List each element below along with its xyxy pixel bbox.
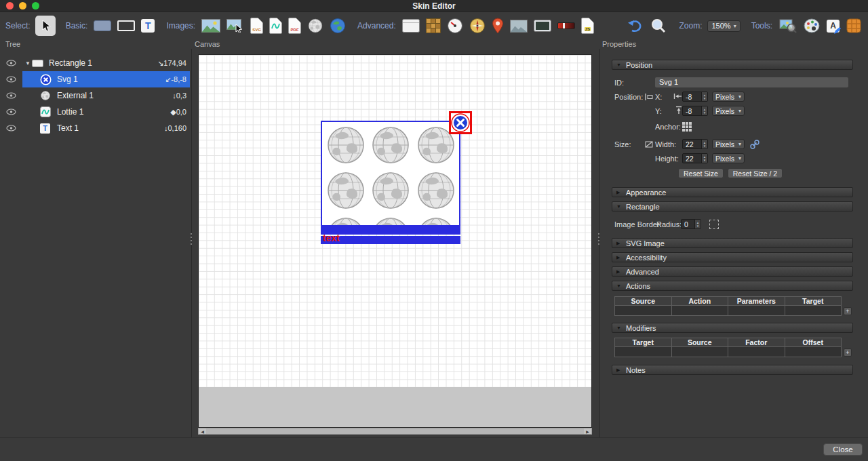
scroll-right-button[interactable]: ▶ [584, 428, 591, 434]
compass-tool-button[interactable] [468, 16, 487, 35]
rectangle-tool-button[interactable] [92, 19, 113, 33]
anchor-grid-selector[interactable] [682, 122, 692, 132]
screen-tool-button[interactable] [532, 18, 553, 33]
tiled-image-tool-button[interactable] [425, 17, 442, 35]
y-unit-value: Pixels [715, 107, 734, 115]
stepper-arrows[interactable]: ▲▼ [701, 140, 707, 148]
gauge-tool-button[interactable] [446, 16, 465, 35]
modifiers-table-empty-row[interactable] [614, 347, 842, 357]
section-header-actions[interactable]: ▼ Actions [612, 281, 853, 291]
tree-item-svg-1[interactable]: Svg 1 ↙-8,-8 [0, 71, 191, 87]
visibility-eye-icon[interactable] [0, 92, 22, 99]
visibility-eye-icon[interactable] [0, 76, 22, 83]
zoom-window-button[interactable] [32, 2, 39, 9]
lottie-squiggle [270, 20, 281, 33]
stepper-arrows[interactable]: ▲▼ [701, 106, 707, 115]
svg-element-selection[interactable] [449, 111, 472, 134]
section-header-notes[interactable]: ▶ Notes [612, 365, 853, 375]
tree-item-lottie-1[interactable]: Lottie 1 ◆0,0 [0, 104, 191, 120]
anchor-label: Anchor: [655, 123, 681, 131]
section-header-svg-image[interactable]: ▶ SVG Image [612, 238, 853, 248]
y-unit-select[interactable]: Pixels ▾ [712, 106, 745, 116]
tree-row-body[interactable]: External 1 ↓0,3 [22, 87, 190, 104]
section-header-rectangle[interactable]: ▼ Rectangle [612, 201, 853, 212]
rectangle-element[interactable] [321, 121, 460, 226]
image-tool-button[interactable] [200, 18, 222, 34]
minimize-window-button[interactable] [19, 2, 26, 9]
blue-bar-element[interactable] [321, 236, 460, 244]
pdf-tool-button[interactable]: PDF [287, 16, 302, 35]
close-window-button[interactable] [6, 2, 14, 9]
select-tool-button[interactable] [35, 16, 56, 36]
tree-item-text-1[interactable]: T Text 1 ↓0,160 [0, 120, 191, 136]
add-modifier-button[interactable]: + [844, 348, 852, 357]
tree-item-rectangle-1[interactable]: ▼ Rectangle 1 ↘174,94 [0, 55, 191, 71]
stepper-arrows[interactable]: ▲▼ [701, 154, 707, 163]
text-tool-button[interactable]: T [140, 18, 156, 34]
image-search-tool-button[interactable] [778, 17, 798, 35]
svg-tool-button[interactable]: SVG [249, 16, 264, 35]
reset-size-half-button[interactable]: Reset Size / 2 [728, 168, 783, 178]
image-button-tool-button[interactable] [225, 18, 245, 34]
canvas-panel-title: Canvas [195, 40, 220, 48]
tree-row-body[interactable]: ▼ Rectangle 1 ↘174,94 [22, 55, 190, 71]
tree-row-body-selected[interactable]: Svg 1 ↙-8,-8 [22, 71, 190, 87]
external-image-tool-button[interactable] [306, 16, 325, 35]
actions-table-empty-row[interactable] [614, 306, 842, 316]
snap-left-icon [673, 93, 682, 101]
chevron-down-icon: ▾ [738, 141, 741, 147]
visibility-eye-icon[interactable] [0, 60, 22, 66]
scrollbar-thumb[interactable] [206, 428, 584, 434]
height-input[interactable]: 22 ▲▼ [682, 153, 708, 163]
x-unit-select[interactable]: Pixels ▾ [712, 92, 745, 102]
scroll-left-button[interactable]: ◀ [199, 428, 206, 434]
id-value: Svg 1 [659, 78, 678, 86]
stepper-arrows[interactable]: ▲▼ [701, 92, 707, 101]
lottie-tool-button[interactable] [268, 16, 283, 35]
visibility-eye-icon[interactable] [0, 125, 22, 132]
disclosure-triangle-icon[interactable]: ▼ [22, 60, 32, 66]
zoom-select[interactable]: 150% ▾ [707, 20, 740, 32]
height-unit-select[interactable]: Pixels ▾ [712, 153, 745, 163]
theme-tool-button[interactable] [802, 17, 821, 35]
window-tool-button[interactable] [401, 18, 421, 34]
tree-row-body[interactable]: Lottie 1 ◆0,0 [22, 104, 190, 120]
map-tool-button[interactable] [509, 18, 529, 34]
add-action-button[interactable]: + [844, 307, 852, 315]
script-tool-button[interactable]: JS [580, 16, 595, 35]
text-element[interactable]: text [323, 233, 340, 243]
translate-tool-button[interactable]: A [825, 18, 841, 34]
width-input[interactable]: 22 ▲▼ [682, 139, 708, 149]
visibility-eye-icon[interactable] [0, 108, 22, 115]
app-icon-tool-button[interactable] [845, 17, 863, 35]
tree-item-external-1[interactable]: External 1 ↓0,3 [0, 87, 191, 104]
tree-canvas-splitter[interactable] [189, 233, 193, 245]
blue-bar-element[interactable] [321, 226, 460, 235]
section-header-position[interactable]: ▼ Position [612, 60, 853, 70]
panel-tool-button[interactable] [116, 19, 136, 33]
reset-size-button[interactable]: Reset Size [678, 168, 724, 178]
y-input[interactable]: -8 ▲▼ [682, 106, 708, 116]
section-header-accessibility[interactable]: ▶ Accessibility [612, 252, 853, 262]
canvas-horizontal-scrollbar[interactable]: ◀ ▶ [198, 428, 592, 435]
section-header-advanced[interactable]: ▶ Advanced [612, 266, 853, 277]
undo-button[interactable] [625, 17, 645, 35]
section-header-appearance[interactable]: ▶ Appearance [612, 187, 853, 197]
tree-row-body[interactable]: T Text 1 ↓0,160 [22, 120, 190, 136]
stepper-arrows[interactable]: ▲▼ [694, 220, 701, 228]
scrollbar-track[interactable] [206, 428, 584, 434]
x-input[interactable]: -8 ▲▼ [682, 92, 708, 102]
zoom-reset-button[interactable] [649, 16, 668, 35]
section-header-modifiers[interactable]: ▼ Modifiers [612, 323, 853, 333]
link-size-icon[interactable] [750, 140, 760, 149]
position-label: Position: [612, 93, 644, 101]
web-image-tool-button[interactable] [328, 16, 347, 35]
close-button[interactable]: Close [823, 443, 863, 456]
canvas-area[interactable]: text [198, 54, 592, 428]
border-corners-icon[interactable] [709, 220, 719, 229]
width-unit-select[interactable]: Pixels ▾ [712, 139, 745, 149]
map-pin-tool-button[interactable] [490, 16, 505, 35]
id-input[interactable]: Svg 1 [655, 77, 848, 87]
radius-input[interactable]: 0 ▲▼ [681, 219, 701, 229]
slider-tool-button[interactable] [556, 21, 576, 31]
